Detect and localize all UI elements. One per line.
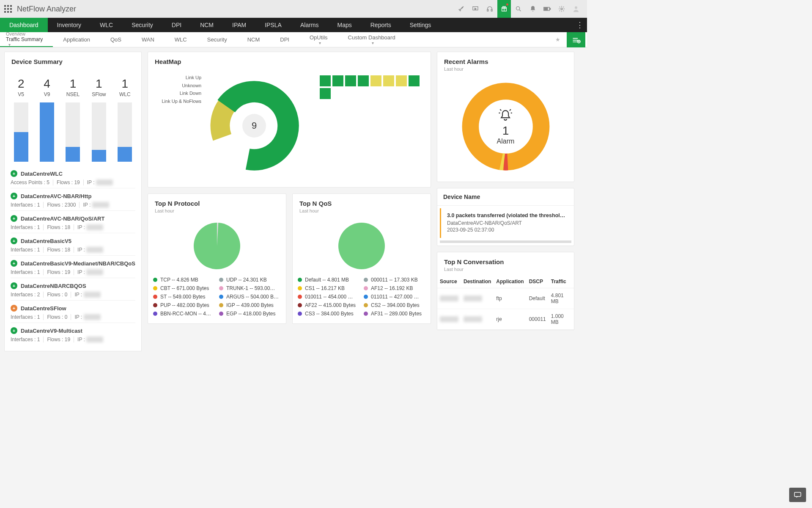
add-widget-button[interactable] — [567, 32, 585, 47]
subnav-wlc[interactable]: WLC — [165, 32, 197, 47]
device-item[interactable]: +DataCentreBasicV5Interfaces : 1Flows : … — [11, 233, 135, 255]
device-item[interactable]: +DataCentreSFlowInterfaces : 1Flows : 0I… — [11, 300, 135, 323]
nav-ncm[interactable]: NCM — [191, 18, 223, 32]
protocol-pie[interactable] — [153, 218, 281, 277]
nav-more-icon[interactable]: ⋮ — [576, 18, 584, 32]
nav-alarms[interactable]: Alarms — [291, 18, 328, 32]
battery-icon[interactable] — [540, 0, 554, 18]
legend-item[interactable]: CS3 -- 384.000 Bytes — [298, 311, 359, 317]
device-item[interactable]: +DataCentreV9-MulticastInterfaces : 1Flo… — [11, 323, 135, 345]
nav-ipam[interactable]: IPAM — [223, 18, 255, 32]
legend-item[interactable]: BBN-RCC-MON -- 4… — [153, 311, 215, 317]
gift-icon[interactable] — [497, 0, 511, 18]
device-item[interactable]: +DataCentreNBARCBQOSInterfaces : 2Flows … — [11, 278, 135, 300]
table-header[interactable]: Application — [494, 275, 526, 288]
heatmap-cell[interactable] — [396, 75, 407, 86]
device-item[interactable]: +DataCentreAVC-NBAR/QoS/ARTInterfaces : … — [11, 210, 135, 233]
heatmap-cell[interactable] — [332, 75, 343, 86]
nav-reports[interactable]: Reports — [361, 18, 401, 32]
count-nsel: 1NSEL — [61, 77, 84, 97]
bell-alarm-icon — [497, 108, 514, 123]
legend-item[interactable]: TCP -- 4.826 MB — [153, 277, 215, 283]
heatmap-cell[interactable] — [383, 75, 394, 86]
legend-item[interactable]: CS2 -- 394.000 Bytes — [364, 302, 425, 308]
table-header[interactable]: DSCP — [527, 275, 549, 288]
headset-icon[interactable] — [483, 0, 497, 18]
heatmap-donut[interactable]: 9 — [206, 77, 303, 174]
legend-item[interactable]: AF31 -- 289.000 Bytes — [364, 311, 425, 317]
legend-item[interactable]: 011011 -- 427.000 … — [364, 294, 425, 300]
summary-bar[interactable] — [92, 102, 106, 162]
favorite-star-icon[interactable]: ★ — [551, 32, 564, 47]
table-row[interactable]: xxftpDefault4.801 MB — [437, 288, 574, 309]
device-item[interactable]: +DataCentreWLCAccess Points : 5Flows : 1… — [11, 166, 135, 188]
nav-security[interactable]: Security — [122, 18, 162, 32]
heatmap-cell[interactable] — [409, 75, 420, 86]
alarm-donut[interactable]: 1 Alarm — [459, 80, 552, 173]
legend-item[interactable]: PUP -- 482.000 Bytes — [153, 302, 215, 308]
card-subtitle: Last hour — [444, 66, 567, 72]
alarm-count: 1 — [497, 124, 515, 138]
user-avatar-icon[interactable] — [569, 0, 583, 18]
subnav-security[interactable]: Security — [197, 32, 237, 47]
subnav-custom-dashboard[interactable]: Custom Dashboard — [338, 32, 406, 47]
scrollbar[interactable] — [440, 240, 571, 243]
rocket-icon[interactable] — [454, 0, 468, 18]
nav-ipsla[interactable]: IPSLA — [255, 18, 291, 32]
subnav-ncm[interactable]: NCM — [237, 32, 270, 47]
subnav-qos[interactable]: QoS — [100, 32, 132, 47]
table-header[interactable]: Traffic — [549, 275, 574, 288]
device-item[interactable]: +DataCentreBasicV9-Medianet/NBAR/CBQoSIn… — [11, 255, 135, 278]
summary-bar[interactable] — [118, 102, 132, 162]
subnav-overview[interactable]: Overview Traffic Summary — [0, 32, 53, 47]
legend-item[interactable]: 010011 -- 454.000 … — [298, 294, 359, 300]
legend-item[interactable]: AF22 -- 415.000 Bytes — [298, 302, 359, 308]
subnav-application[interactable]: Application — [53, 32, 100, 47]
legend-item[interactable]: 000011 -- 17.303 KB — [364, 277, 425, 283]
search-icon[interactable] — [512, 0, 525, 18]
legend-item[interactable]: TRUNK-1 -- 593.00… — [219, 285, 281, 291]
qos-pie[interactable] — [298, 218, 425, 277]
nav-dpi[interactable]: DPI — [162, 18, 191, 32]
dashboard-grid: Device Summary 2V54V91NSEL1SFlow1WLC +Da… — [0, 47, 587, 356]
legend-item[interactable]: Default -- 4.801 MB — [298, 277, 359, 283]
legend-item[interactable]: ST -- 549.000 Bytes — [153, 294, 215, 300]
summary-bar[interactable] — [66, 102, 80, 162]
legend-item[interactable]: CS1 -- 16.217 KB — [298, 285, 359, 291]
legend-item[interactable]: AF12 -- 16.192 KB — [364, 285, 425, 291]
nav-inventory[interactable]: Inventory — [48, 18, 91, 32]
apps-grid-icon[interactable] — [4, 5, 12, 13]
legend-item[interactable]: IGP -- 439.000 Bytes — [219, 302, 281, 308]
presentation-icon[interactable] — [469, 0, 482, 18]
nav-settings[interactable]: Settings — [401, 18, 441, 32]
nav-dashboard[interactable]: Dashboard — [0, 18, 48, 32]
legend-item[interactable]: EGP -- 418.000 Bytes — [219, 311, 281, 317]
alarm-timestamp: 2023-09-25 02:37:00 — [447, 227, 565, 233]
gear-icon[interactable] — [555, 0, 568, 18]
heatmap-cell[interactable] — [320, 75, 331, 86]
device-status-icon: + — [11, 237, 17, 244]
heatmap-cell[interactable] — [370, 75, 381, 86]
table-header[interactable]: Destination — [461, 275, 494, 288]
alarm-entry[interactable]: 3.0 packets transferred (violated the th… — [440, 208, 571, 238]
device-status-icon: + — [11, 260, 17, 267]
bell-icon[interactable] — [526, 0, 540, 18]
nav-maps[interactable]: Maps — [328, 18, 361, 32]
card-title: Top N Conversation — [444, 258, 567, 265]
subnav-line2: Traffic Summary — [6, 36, 43, 42]
heatmap-cell[interactable] — [345, 75, 356, 86]
subnav-wan[interactable]: WAN — [132, 32, 165, 47]
subnav-oputils[interactable]: OpUtils — [299, 32, 338, 47]
table-header[interactable]: Source — [437, 275, 461, 288]
summary-bar[interactable] — [40, 102, 54, 162]
device-item[interactable]: +DataCentreAVC-NBAR/HttpInterfaces : 1Fl… — [11, 188, 135, 210]
heatmap-cell[interactable] — [320, 88, 331, 99]
legend-item[interactable]: CBT -- 671.000 Bytes — [153, 285, 215, 291]
subnav-dpi[interactable]: DPI — [270, 32, 299, 47]
heatmap-cell[interactable] — [358, 75, 369, 86]
table-row[interactable]: xxrje0000111.000 MB — [437, 309, 574, 330]
summary-bar[interactable] — [14, 102, 28, 162]
nav-wlc[interactable]: WLC — [91, 18, 122, 32]
legend-item[interactable]: ARGUS -- 504.000 B… — [219, 294, 281, 300]
legend-item[interactable]: UDP -- 24.301 KB — [219, 277, 281, 283]
